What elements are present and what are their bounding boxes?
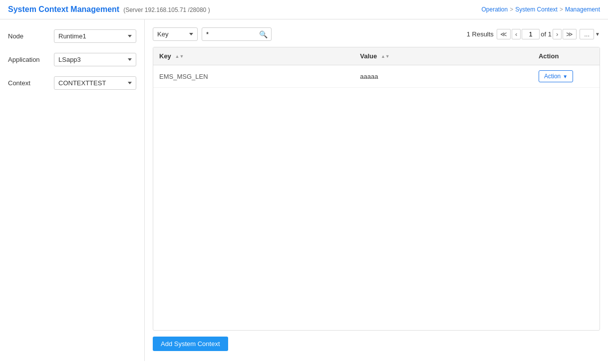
action-dropdown-arrow: ▼ (563, 74, 568, 79)
table-row: EMS_MSG_LEN aaaaa Action ▼ (153, 65, 600, 88)
application-row: Application LSapp3 (8, 53, 136, 66)
next-page-button[interactable]: › (553, 29, 562, 39)
server-info: (Server 192.168.105.71 /28080 ) (123, 6, 210, 13)
bottom-bar: Add System Context (153, 331, 600, 353)
last-page-button[interactable]: ≫ (563, 29, 577, 39)
top-bar-left: System Context Management (Server 192.16… (8, 5, 210, 14)
context-row: Context CONTEXTTEST (8, 76, 136, 90)
context-label: Context (8, 79, 48, 87)
cell-value: aaaaa (354, 65, 533, 88)
row-action-label: Action (544, 73, 561, 80)
data-table-container: Key ▲▼ Value ▲▼ Action E (153, 47, 600, 331)
key-sort-icon[interactable]: ▲▼ (175, 54, 184, 59)
more-options-button[interactable]: ... (580, 29, 594, 39)
search-field-select[interactable]: Key (153, 27, 198, 41)
results-info: 1 Results ≪ ‹ of 1 › ≫ ... ▼ (467, 29, 600, 39)
table-header-row: Key ▲▼ Value ▲▼ Action (153, 47, 600, 65)
node-row: Node Runtime1 (8, 29, 136, 43)
node-select[interactable]: Runtime1 (54, 29, 136, 43)
th-action: Action (533, 47, 600, 65)
add-system-context-button[interactable]: Add System Context (153, 337, 228, 351)
breadcrumb-management: Management (565, 6, 600, 13)
context-select[interactable]: CONTEXTTEST (54, 76, 136, 90)
breadcrumb-sep-1: > (510, 6, 513, 13)
th-value: Value ▲▼ (354, 47, 533, 65)
table-body: EMS_MSG_LEN aaaaa Action ▼ (153, 65, 600, 88)
th-key-label: Key (159, 52, 171, 60)
th-value-label: Value (360, 52, 377, 60)
cell-key: EMS_MSG_LEN (153, 65, 354, 88)
breadcrumb-sep-2: > (560, 6, 563, 13)
breadcrumb-system-context[interactable]: System Context (515, 6, 558, 13)
more-dropdown-arrow: ▼ (595, 31, 600, 37)
data-table: Key ▲▼ Value ▲▼ Action E (153, 47, 600, 88)
pagination-controls: ≪ ‹ of 1 › ≫ ... ▼ (497, 29, 600, 39)
value-sort-icon[interactable]: ▲▼ (381, 54, 390, 59)
breadcrumb-operation[interactable]: Operation (482, 6, 508, 13)
page-input[interactable] (522, 29, 540, 39)
page-title: System Context Management (8, 5, 119, 14)
top-bar: System Context Management (Server 192.16… (0, 0, 608, 19)
right-panel: Key 🔍 1 Results ≪ ‹ of 1 › ≫ ... ▼ (145, 19, 608, 361)
th-key: Key ▲▼ (153, 47, 354, 65)
left-panel: Node Runtime1 Application LSapp3 Context… (0, 19, 145, 361)
search-input-wrap: 🔍 (202, 27, 272, 41)
th-action-label: Action (539, 52, 559, 60)
cell-action: Action ▼ (533, 65, 600, 88)
main-content: Node Runtime1 Application LSapp3 Context… (0, 19, 608, 361)
application-select[interactable]: LSapp3 (54, 53, 136, 66)
search-bar: Key 🔍 1 Results ≪ ‹ of 1 › ≫ ... ▼ (153, 27, 600, 41)
breadcrumb: Operation > System Context > Management (482, 6, 600, 13)
search-input[interactable] (202, 27, 272, 41)
total-pages: of 1 (541, 30, 552, 38)
prev-page-button[interactable]: ‹ (512, 29, 521, 39)
first-page-button[interactable]: ≪ (497, 29, 511, 39)
row-action-button[interactable]: Action ▼ (539, 70, 573, 82)
results-count: 1 Results (467, 30, 494, 38)
node-label: Node (8, 32, 48, 40)
application-label: Application (8, 56, 48, 63)
